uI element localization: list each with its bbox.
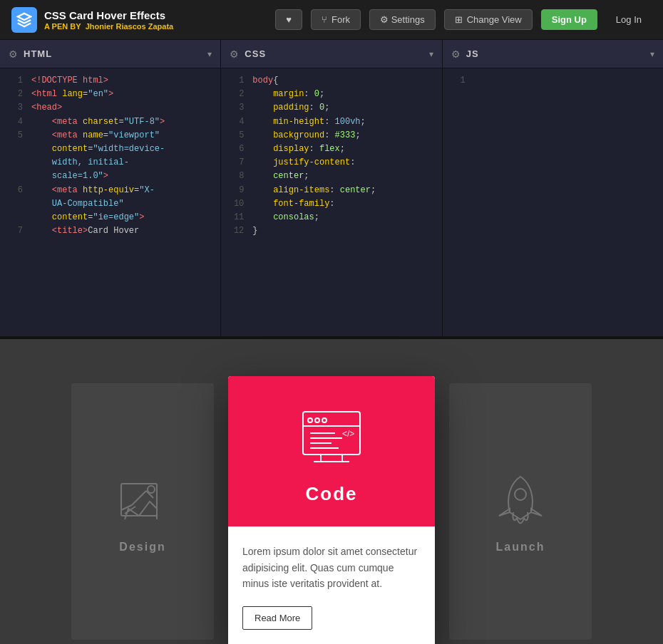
settings-button[interactable]: ⚙ Settings <box>369 9 436 30</box>
js-panel: ⚙ JS ▾ 1 <box>443 40 663 336</box>
fork-button[interactable]: ⑂ Fork <box>311 9 361 30</box>
svg-line-1 <box>132 491 146 505</box>
html-code-content[interactable]: 1<!DOCTYPE html> 2<html lang="en"> 3<hea… <box>0 68 220 336</box>
svg-point-19 <box>515 489 526 500</box>
logo-icon <box>11 7 37 33</box>
svg-point-7 <box>308 418 312 422</box>
code-line: 3 padding: 0; <box>221 101 441 115</box>
code-line: 2 margin: 0; <box>221 88 441 101</box>
code-line: 9 align-items: center; <box>221 184 441 197</box>
code-line: scale=1.0"> <box>0 170 220 183</box>
html-panel-title: HTML <box>24 48 202 59</box>
code-line: 4 <meta charset="UTF-8"> <box>0 115 220 129</box>
html-panel-header: ⚙ HTML ▾ <box>0 40 220 68</box>
svg-rect-0 <box>121 484 157 516</box>
svg-point-9 <box>322 418 327 422</box>
code-line: content="width=device- <box>0 142 220 156</box>
js-code-content[interactable]: 1 <box>443 68 663 336</box>
code-line: 10 font-family: <box>221 197 441 211</box>
css-gear-icon: ⚙ <box>230 48 239 60</box>
js-chevron-icon[interactable]: ▾ <box>650 49 654 59</box>
topbar: CSS Card Hover Effects A PEN BY Jhonier … <box>0 0 663 40</box>
code-line: width, initial- <box>0 156 220 170</box>
code-line: 1 <box>443 74 663 88</box>
code-line: UA-Compatible" <box>0 197 220 211</box>
code-line: 7 <title>Card Hover <box>0 224 220 238</box>
svg-text:</>: </> <box>342 429 354 439</box>
code-line: 2<html lang="en"> <box>0 88 220 101</box>
pen-by-label: A PEN BY <box>44 22 81 31</box>
code-line: 6 display: flex; <box>221 142 441 156</box>
code-card-icon: </> <box>299 405 364 472</box>
changeview-icon: ⊞ <box>455 14 463 25</box>
signup-button[interactable]: Sign Up <box>541 9 597 30</box>
heart-icon: ♥ <box>286 14 292 25</box>
code-line: 7 justify-content: <box>221 156 441 170</box>
launch-card[interactable]: Launch <box>449 383 592 640</box>
html-gear-icon: ⚙ <box>9 48 18 60</box>
css-code-content[interactable]: 1body{ 2 margin: 0; 3 padding: 0; 4 min-… <box>221 68 441 336</box>
like-button[interactable]: ♥ <box>275 9 302 30</box>
cards-container: Design <box>0 348 663 644</box>
code-line: 1body{ <box>221 74 441 88</box>
change-view-button[interactable]: ⊞ Change View <box>444 9 533 30</box>
code-line: content="ie=edge"> <box>0 211 220 224</box>
pen-title: CSS Card Hover Effects <box>44 9 173 22</box>
css-panel: ⚙ CSS ▾ 1body{ 2 margin: 0; 3 padding: 0… <box>221 40 442 336</box>
design-card[interactable]: Design <box>71 383 214 640</box>
author-name: Jhonier Riascos Zapata <box>86 22 174 31</box>
code-card-description: Lorem ipsum dolor sit amet consectetur a… <box>242 544 421 591</box>
code-line: 8 center; <box>221 170 441 183</box>
design-card-icon <box>114 469 171 529</box>
pen-author-line: A PEN BY Jhonier Riascos Zapata <box>44 22 173 31</box>
editor-area: ⚙ HTML ▾ 1<!DOCTYPE html> 2<html lang="e… <box>0 40 663 339</box>
js-panel-header: ⚙ JS ▾ <box>443 40 663 68</box>
design-card-label: Design <box>119 541 165 554</box>
launch-card-icon <box>492 469 549 529</box>
css-chevron-icon[interactable]: ▾ <box>429 49 433 59</box>
code-card-title: Code <box>306 483 358 505</box>
js-panel-title: JS <box>466 48 644 59</box>
code-line: 11 consolas; <box>221 211 441 224</box>
code-line: 5 background: #333; <box>221 129 441 142</box>
code-line: 4 min-height: 100vh; <box>221 115 441 129</box>
svg-point-8 <box>315 418 319 422</box>
code-line: 3<head> <box>0 101 220 115</box>
css-panel-header: ⚙ CSS ▾ <box>221 40 441 68</box>
code-card[interactable]: </> Code Lorem ipsum dolor sit amet cons… <box>228 376 435 644</box>
html-chevron-icon[interactable]: ▾ <box>207 49 212 59</box>
launch-card-label: Launch <box>496 541 545 554</box>
login-button[interactable]: Log In <box>606 10 652 29</box>
logo-text: CSS Card Hover Effects A PEN BY Jhonier … <box>44 9 173 31</box>
fork-icon: ⑂ <box>322 14 327 25</box>
code-line: 6 <meta http-equiv="X- <box>0 184 220 197</box>
logo-area: CSS Card Hover Effects A PEN BY Jhonier … <box>11 7 173 33</box>
css-panel-title: CSS <box>245 48 423 59</box>
js-gear-icon: ⚙ <box>451 48 461 60</box>
preview-area: Design <box>0 339 663 644</box>
code-card-body: Lorem ipsum dolor sit amet consectetur a… <box>228 526 435 644</box>
code-line: 5 <meta name="viewport" <box>0 129 220 142</box>
code-card-top: </> Code <box>228 376 435 526</box>
html-panel: ⚙ HTML ▾ 1<!DOCTYPE html> 2<html lang="e… <box>0 40 221 336</box>
code-line: 1<!DOCTYPE html> <box>0 74 220 88</box>
code-line: 12} <box>221 224 441 238</box>
read-more-button[interactable]: Read More <box>242 606 312 630</box>
svg-point-4 <box>148 486 155 493</box>
